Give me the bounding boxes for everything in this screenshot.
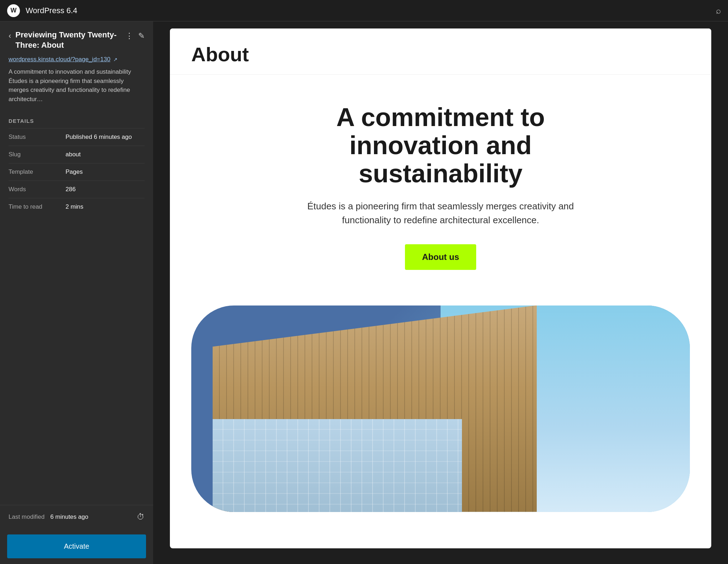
detail-row-status: Status Published 6 minutes ago — [9, 128, 145, 146]
time-to-read-label: Time to read — [9, 203, 66, 210]
page-hero: A commitment to innovation and sustainab… — [170, 75, 711, 291]
details-table: Status Published 6 minutes ago Slug abou… — [0, 128, 153, 215]
wordpress-version: WordPress 6.4 — [26, 6, 77, 15]
footer-left: Last modified 6 minutes ago — [9, 513, 88, 521]
sidebar-url: wordpress.kinsta.cloud/?page_id=130 ↗ — [0, 56, 153, 67]
detail-row-template: Template Pages — [9, 163, 145, 181]
details-heading: DETAILS — [0, 112, 153, 128]
words-label: Words — [9, 186, 66, 193]
page-url-link[interactable]: wordpress.kinsta.cloud/?page_id=130 — [9, 56, 110, 63]
sidebar-header: ‹ Previewing Twenty Twenty-Three: About … — [0, 21, 153, 56]
status-value: Published 6 minutes ago — [66, 134, 132, 141]
detail-row-words: Words 286 — [9, 181, 145, 198]
sidebar-excerpt: A commitment to innovation and sustainab… — [0, 67, 153, 112]
time-to-read-value: 2 mins — [66, 203, 83, 210]
page-image-section — [170, 291, 711, 533]
sidebar-footer: Last modified 6 minutes ago ⏱ — [0, 505, 153, 529]
sidebar-title: Previewing Twenty Twenty-Three: About — [15, 30, 121, 50]
words-value: 286 — [66, 186, 76, 193]
template-label: Template — [9, 168, 66, 176]
detail-row-time-to-read: Time to read 2 mins — [9, 198, 145, 215]
preview-frame: About A commitment to innovation and sus… — [170, 28, 711, 548]
page-header: About — [170, 28, 711, 75]
building-glass — [213, 419, 462, 512]
status-label: Status — [9, 134, 66, 141]
edit-button[interactable]: ✎ — [138, 31, 145, 41]
main-layout: ‹ Previewing Twenty Twenty-Three: About … — [0, 21, 728, 564]
last-modified-label: Last modified — [9, 513, 45, 521]
activate-button[interactable]: Activate — [7, 534, 146, 558]
wordpress-logo[interactable]: W — [7, 4, 20, 17]
search-icon[interactable]: ⌕ — [716, 6, 721, 16]
preview-area: About A commitment to innovation and sus… — [153, 21, 728, 564]
sidebar: ‹ Previewing Twenty Twenty-Three: About … — [0, 21, 153, 564]
hero-heading: A commitment to innovation and sustainab… — [280, 103, 601, 188]
back-button[interactable]: ‹ — [9, 31, 11, 41]
external-link-icon: ↗ — [113, 57, 118, 62]
template-value: Pages — [66, 168, 83, 176]
hero-subtext: Études is a pioneering firm that seamles… — [305, 199, 576, 227]
building-image — [191, 306, 690, 512]
slug-label: Slug — [9, 151, 66, 158]
last-modified-value: 6 minutes ago — [50, 513, 88, 521]
page-title: About — [191, 43, 690, 66]
about-us-button[interactable]: About us — [405, 244, 476, 270]
more-options-button[interactable]: ⋮ — [125, 31, 133, 41]
detail-row-slug: Slug about — [9, 146, 145, 163]
history-icon[interactable]: ⏱ — [137, 512, 145, 522]
slug-value: about — [66, 151, 81, 158]
top-bar: W WordPress 6.4 ⌕ — [0, 0, 728, 21]
sidebar-actions: ⋮ ✎ — [125, 31, 145, 41]
